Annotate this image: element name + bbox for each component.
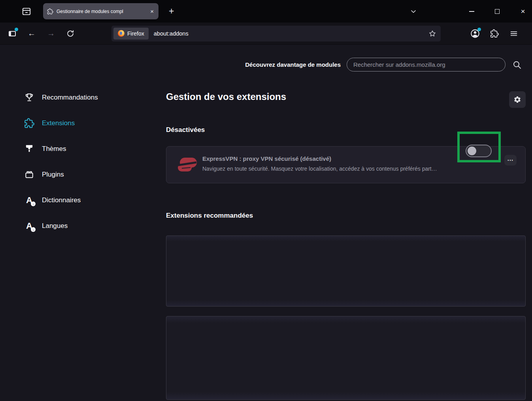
trophy-icon [24,92,35,103]
address-bar[interactable]: Firefox about:addons [111,26,441,41]
extension-description: Naviguez en toute sécurité. Masquez votr… [202,166,437,172]
firefox-view-icon[interactable] [21,6,32,17]
window-controls: × [455,4,532,19]
addons-manager-page: Découvrez davantage de modules [0,45,532,401]
sidebar-item-plugins[interactable]: Plugins [24,167,166,183]
page-title: Gestion de vos extensions [166,91,286,102]
extension-name-link[interactable]: ExpressVPN : proxy VPN sécurisé (désacti… [202,155,437,162]
back-button[interactable]: ← [25,27,38,40]
url-text: about:addons [154,30,426,37]
minimize-button[interactable] [462,4,481,19]
reload-icon[interactable] [64,27,77,40]
extension-card-expressvpn[interactable]: ExpressVPN : proxy VPN sécurisé (désacti… [166,146,526,183]
addons-search-row: Découvrez davantage de modules [0,45,532,72]
addons-favicon-icon [47,8,53,15]
sidebar-item-dictionaries[interactable]: A ↓ Dictionnaires [24,192,166,208]
sidebar-item-themes[interactable]: Thèmes [24,141,166,157]
sidebar-item-label: Langues [42,222,68,230]
extension-text: ExpressVPN : proxy VPN sécurisé (désacti… [202,155,437,172]
account-icon[interactable] [468,27,482,40]
sidebar-toolbar-icon[interactable] [6,27,19,40]
addons-search-input[interactable] [347,58,506,72]
sidebar-item-label: Dictionnaires [42,196,81,204]
tab-bar: Gestionnaire de modules compl × + × [0,0,532,23]
notification-dot [477,28,481,31]
search-icon[interactable] [511,59,523,70]
sidebar-item-label: Plugins [42,171,64,179]
letter-a-download-icon: A ↓ [24,220,35,232]
paintbrush-icon [24,143,35,154]
maximize-button[interactable] [488,4,506,19]
close-window-button[interactable]: × [514,4,532,19]
puzzle-icon [24,118,35,129]
new-tab-button[interactable]: + [169,7,174,16]
firefox-logo-icon [118,30,125,37]
toggle-knob [468,147,476,155]
letter-a-download-icon: A ↓ [24,195,35,206]
expressvpn-logo-icon [177,156,198,175]
sidebar-item-label: Thèmes [42,145,66,153]
gear-icon [513,96,521,104]
tab-close-icon[interactable]: × [149,8,155,14]
forward-button[interactable]: → [44,27,58,40]
category-sidebar: Recommandations Extensions [0,90,166,400]
search-label: Découvrez davantage de modules [245,61,341,68]
notification-dot [15,28,18,31]
active-tab[interactable]: Gestionnaire de modules compl × [43,3,158,19]
menu-hamburger-icon[interactable] [507,27,521,40]
extensions-main-panel: Gestion de vos extensions Désactivées [166,90,526,400]
sidebar-item-recommandations[interactable]: Recommandations [24,90,166,105]
navigation-toolbar: ← → Firefox about:addons [0,23,532,45]
recommended-card-placeholder [166,235,526,307]
plugin-brick-icon [24,169,35,180]
tools-for-all-addons-button[interactable] [509,91,526,108]
disabled-section-header: Désactivées [166,126,526,134]
sidebar-item-label: Recommandations [42,94,98,102]
more-options-button[interactable]: … [504,155,517,166]
sidebar-item-label: Extensions [42,119,75,127]
sidebar-item-languages[interactable]: A ↓ Langues [24,218,166,234]
recommended-section-header: Extensions recommandées [166,212,526,220]
sidebar-item-extensions[interactable]: Extensions [24,115,166,131]
browser-window: Gestionnaire de modules compl × + × ← → [0,0,532,401]
recommended-card-placeholder [166,316,526,400]
firefox-chip[interactable]: Firefox [113,28,149,40]
chip-label: Firefox [127,30,144,37]
tab-title: Gestionnaire de modules compl [57,9,146,14]
extensions-toolbar-icon[interactable] [488,27,501,40]
list-all-tabs-chevron-icon[interactable] [407,5,420,18]
extension-enable-toggle[interactable] [466,145,492,157]
bookmark-star-icon[interactable] [426,28,438,40]
